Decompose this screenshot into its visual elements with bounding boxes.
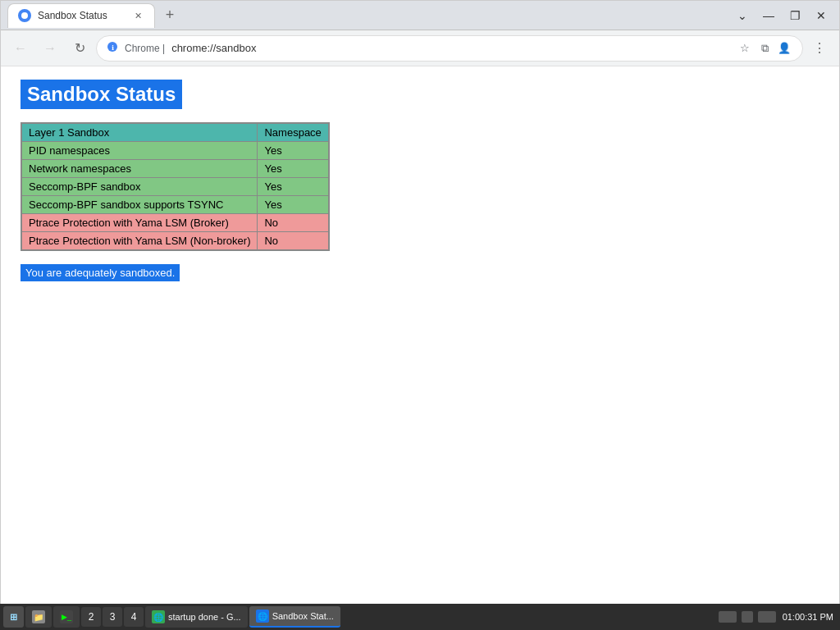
taskbar-num-3[interactable]: 3 [103, 607, 122, 627]
taskbar-chrome-item-1[interactable]: 🌐 startup done - G... [145, 606, 248, 628]
svg-point-0 [21, 12, 28, 19]
new-tab-button[interactable]: + [158, 4, 181, 27]
table-row: Ptrace Protection with Yama LSM (Non-bro… [21, 232, 329, 251]
secure-icon: ℹ [107, 41, 118, 55]
browser-window: Sandbox Status ✕ + ⌄ — ❐ ✕ ← → ↻ ℹ Chrom… [0, 0, 840, 630]
address-prefix: Chrome | [125, 43, 165, 54]
tab-close-button[interactable]: ✕ [131, 9, 144, 22]
row-label: Seccomp-BPF sandbox supports TSYNC [21, 196, 258, 214]
back-button[interactable]: ← [7, 35, 34, 62]
tab-title: Sandbox Status [38, 10, 107, 21]
row-label: Ptrace Protection with Yama LSM (Broker) [21, 214, 258, 232]
taskbar-term-icon[interactable]: ▶_ [53, 606, 80, 628]
page-title: Sandbox Status [21, 80, 182, 109]
page-content: Sandbox Status Layer 1 Sandbox Namespace… [1, 66, 839, 629]
taskbar-num-2[interactable]: 2 [81, 607, 101, 627]
header-col1: Layer 1 Sandbox [21, 123, 258, 142]
table-header-row: Layer 1 Sandbox Namespace [21, 123, 329, 142]
row-value: Yes [258, 142, 329, 160]
nav-bar: ← → ↻ ℹ Chrome | chrome://sandbox ☆ ⧉ 👤 … [1, 30, 839, 66]
forward-button[interactable]: → [37, 35, 63, 62]
taskbar-num-4[interactable]: 4 [124, 607, 144, 627]
system-tray [719, 611, 776, 623]
nav-right-buttons: ⋮ [806, 35, 833, 62]
bookmark-icon[interactable]: ☆ [737, 40, 753, 57]
volume-icon [742, 611, 753, 623]
battery-icon [758, 611, 776, 623]
chrome-icon-2: 🌐 [256, 609, 269, 623]
header-col2: Namespace [258, 123, 329, 142]
taskbar-label-1: startup done - G... [168, 612, 241, 622]
share-icon[interactable]: ⋮ [806, 35, 833, 62]
table-row: Network namespacesYes [21, 160, 329, 178]
sandbox-table: Layer 1 Sandbox Namespace PID namespaces… [21, 122, 330, 251]
address-bar[interactable]: ℹ Chrome | chrome://sandbox ☆ ⧉ 👤 [96, 35, 803, 62]
svg-text:ℹ: ℹ [112, 44, 114, 52]
chevron-down-icon[interactable]: ⌄ [731, 4, 754, 27]
network-icon [719, 611, 737, 623]
row-label: Seccomp-BPF sandbox [21, 178, 258, 196]
title-bar: Sandbox Status ✕ + ⌄ — ❐ ✕ [1, 1, 839, 30]
restore-button[interactable]: ❐ [783, 4, 806, 27]
row-label: PID namespaces [21, 142, 258, 160]
table-row: Seccomp-BPF sandbox supports TSYNCYes [21, 196, 329, 214]
row-value: No [258, 214, 329, 232]
tab-search-icon[interactable]: ⧉ [756, 40, 773, 57]
address-text: chrome://sandbox [171, 42, 730, 54]
close-button[interactable]: ✕ [810, 4, 833, 27]
window-controls: ⌄ — ❐ ✕ [731, 4, 833, 27]
tab-favicon [18, 9, 31, 22]
row-label: Network namespaces [21, 160, 258, 178]
taskbar-chrome-item-2[interactable]: 🌐 Sandbox Stat... [249, 606, 340, 628]
reload-button[interactable]: ↻ [66, 35, 93, 62]
row-value: Yes [258, 178, 329, 196]
taskbar-label-2: Sandbox Stat... [272, 611, 334, 621]
status-message: You are adequately sandboxed. [21, 264, 180, 281]
row-value: Yes [258, 160, 329, 178]
active-tab[interactable]: Sandbox Status ✕ [7, 3, 155, 28]
row-value: Yes [258, 196, 329, 214]
terminal-icon: ▶_ [60, 610, 73, 623]
row-value: No [258, 232, 329, 251]
taskbar-right: 01:00:31 PM [719, 611, 837, 623]
start-button[interactable]: ⊞ [3, 606, 24, 628]
table-row: Ptrace Protection with Yama LSM (Broker)… [21, 214, 329, 232]
table-row: Seccomp-BPF sandboxYes [21, 178, 329, 196]
chrome-icon-1: 🌐 [152, 610, 165, 623]
row-label: Ptrace Protection with Yama LSM (Non-bro… [21, 232, 258, 251]
files-icon: 📁 [32, 610, 45, 623]
address-actions: ☆ ⧉ 👤 [737, 40, 792, 57]
profile-icon[interactable]: 👤 [776, 40, 792, 57]
taskbar: ⊞ 📁 ▶_ 2 3 4 🌐 startup done - G... 🌐 San… [0, 604, 840, 630]
taskbar-files-icon[interactable]: 📁 [25, 606, 52, 628]
table-row: PID namespacesYes [21, 142, 329, 160]
clock: 01:00:31 PM [779, 612, 837, 622]
minimize-button[interactable]: — [757, 4, 780, 27]
